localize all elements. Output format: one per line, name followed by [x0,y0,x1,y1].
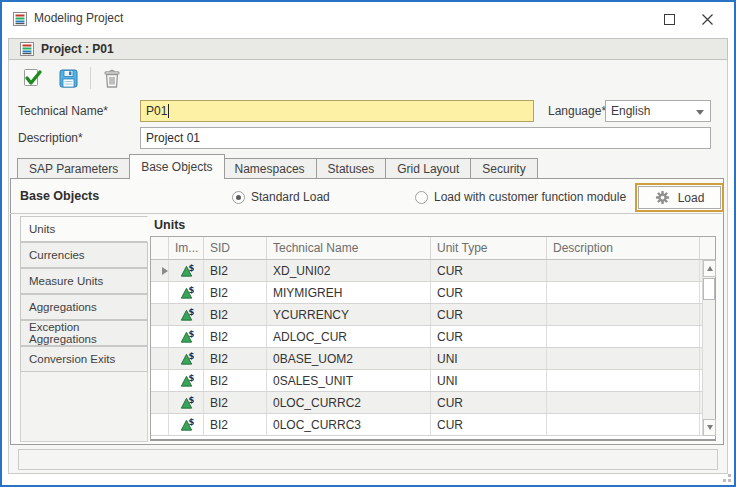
row-selector-cell[interactable] [151,348,169,369]
validate-button[interactable] [18,64,46,92]
sidebar-item-conversion-exits[interactable]: Conversion Exits [20,346,148,372]
table-row[interactable]: $ BI2MIYMIGREHCUR [151,282,715,304]
unit-type-cell[interactable]: CUR [431,326,547,347]
description-cell[interactable] [547,282,700,303]
resize-grip[interactable] [719,470,731,482]
description-cell[interactable] [547,392,700,413]
tab-statuses[interactable]: Statuses [317,158,387,179]
sid-cell[interactable]: BI2 [204,392,267,413]
base-objects-section-title: Base Objects [20,189,99,203]
scroll-down-button[interactable] [703,419,716,436]
table-row[interactable]: $ BI20LOC_CURRC2CUR [151,392,715,414]
row-selector-cell[interactable] [151,414,169,435]
table-row[interactable]: $ BI20SALES_UNITUNI [151,370,715,392]
tab-grid-layout[interactable]: Grid Layout [386,158,471,179]
unit-type-cell[interactable]: CUR [431,304,547,325]
description-input[interactable]: Project 01 [140,127,711,149]
unit-type-cell[interactable]: UNI [431,348,547,369]
description-cell[interactable] [547,326,700,347]
radio-button-icon [415,191,428,204]
technical-name-value: P01 [146,104,167,118]
row-selector-cell[interactable] [151,392,169,413]
scroll-up-button[interactable] [703,260,716,277]
delete-button[interactable] [98,64,126,92]
technical-name-cell[interactable]: YCURRENCY [267,304,431,325]
row-selector-cell[interactable] [151,304,169,325]
unit-type-cell[interactable]: UNI [431,370,547,391]
column-header-sid[interactable]: SID [204,237,267,259]
description-cell[interactable] [547,260,700,281]
radio-button-icon [232,191,245,204]
sidebar-item-measure-units[interactable]: Measure Units [20,268,148,294]
tab-security[interactable]: Security [471,158,537,179]
scrollbar-thumb[interactable] [703,278,715,300]
description-cell[interactable] [547,348,700,369]
sidebar-item-aggregations[interactable]: Aggregations [20,294,148,320]
sid-cell[interactable]: BI2 [204,304,267,325]
technical-name-cell[interactable]: XD_UNI02 [267,260,431,281]
sid-cell[interactable]: BI2 [204,260,267,281]
language-value: English [611,104,650,118]
radio-standard-load[interactable]: Standard Load [232,190,330,204]
technical-name-cell[interactable]: 0LOC_CURRC3 [267,414,431,435]
description-cell[interactable] [547,414,700,435]
description-cell[interactable] [547,304,700,325]
grid-body: $ BI2XD_UNI02CUR $ BI2MIYMIGREHCUR $ BI2… [151,260,715,436]
column-header-import[interactable]: Im... [169,237,204,259]
language-select[interactable]: English [605,100,711,122]
technical-name-cell[interactable]: ADLOC_CUR [267,326,431,347]
sid-cell[interactable]: BI2 [204,282,267,303]
import-icon-cell: $ [169,282,204,303]
save-disk-icon [58,68,79,89]
svg-text:$: $ [188,395,194,405]
table-row[interactable]: $ BI2YCURRENCYCUR [151,304,715,326]
table-row[interactable]: $ BI20BASE_UOM2UNI [151,348,715,370]
text-caret [168,104,169,118]
sid-cell[interactable]: BI2 [204,370,267,391]
row-selector-cell[interactable] [151,326,169,347]
tab-namespaces[interactable]: Namespaces [224,158,317,179]
sid-cell[interactable]: BI2 [204,414,267,435]
technical-name-cell[interactable]: 0SALES_UNIT [267,370,431,391]
unit-type-cell[interactable]: CUR [431,392,547,413]
radio-customer-function[interactable]: Load with customer function module [415,190,626,204]
table-row[interactable]: $ BI2XD_UNI02CUR [151,260,715,282]
sid-cell[interactable]: BI2 [204,326,267,347]
tab-sap-parameters[interactable]: SAP Parameters [17,158,130,179]
project-group-title: Project : P01 [41,42,114,56]
save-button[interactable] [54,64,82,92]
row-selector-cell[interactable] [151,370,169,391]
technical-name-cell[interactable]: 0BASE_UOM2 [267,348,431,369]
technical-name-input[interactable]: P01 [140,100,534,122]
column-header-technical-name[interactable]: Technical Name [267,237,431,259]
column-header-description[interactable]: Description [547,237,700,259]
import-unit-icon: $ [179,351,194,366]
load-button[interactable]: Load [638,186,721,209]
table-row[interactable]: $ BI2ADLOC_CURCUR [151,326,715,348]
units-grid-title: Units [154,218,185,232]
maximize-button[interactable] [652,4,686,34]
triangle-up-icon [707,266,713,271]
grid-vertical-scrollbar[interactable] [702,260,715,436]
row-selector-cell[interactable] [151,282,169,303]
column-header-unit-type[interactable]: Unit Type [431,237,547,259]
object-category-sidebar: UnitsCurrenciesMeasure UnitsAggregations… [20,216,148,442]
bottom-panel [18,449,718,470]
sid-cell[interactable]: BI2 [204,348,267,369]
sidebar-item-currencies[interactable]: Currencies [20,242,148,268]
unit-type-cell[interactable]: CUR [431,260,547,281]
sidebar-item-units[interactable]: Units [20,216,148,242]
close-button[interactable] [690,4,724,34]
sidebar-item-exception-aggregations[interactable]: Exception Aggregations [20,320,148,346]
row-selector-cell[interactable] [151,260,169,281]
unit-type-cell[interactable]: CUR [431,414,547,435]
svg-text:$: $ [188,329,194,339]
chevron-down-icon [696,110,704,115]
table-row[interactable]: $ BI20LOC_CURRC3CUR [151,414,715,436]
description-cell[interactable] [547,370,700,391]
technical-name-cell[interactable]: MIYMIGREH [267,282,431,303]
tab-base-objects[interactable]: Base Objects [129,154,224,179]
unit-type-cell[interactable]: CUR [431,282,547,303]
technical-name-cell[interactable]: 0LOC_CURRC2 [267,392,431,413]
trash-icon [102,68,122,89]
